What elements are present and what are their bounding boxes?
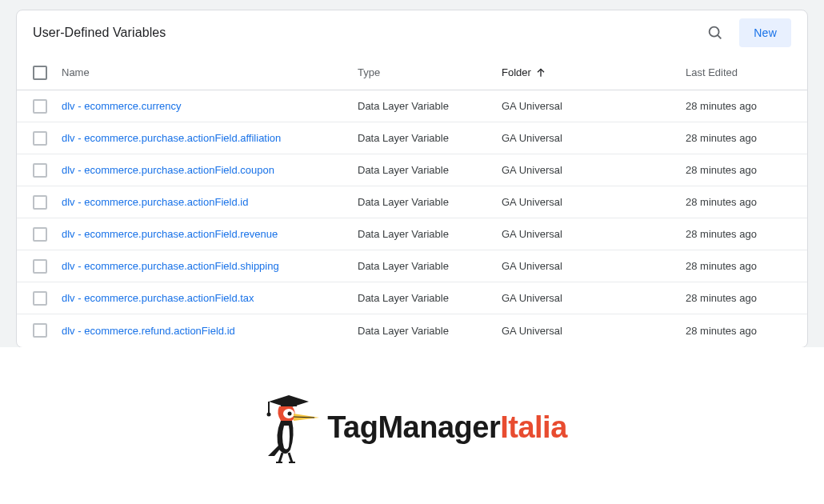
svg-rect-4 <box>281 402 297 406</box>
column-header-type[interactable]: Type <box>358 66 502 78</box>
row-checkbox-cell <box>23 227 62 242</box>
row-checkbox[interactable] <box>33 99 47 114</box>
variables-card: User-Defined Variables New Name Type Fol… <box>16 10 808 348</box>
variable-last-edited: 28 minutes ago <box>686 196 801 208</box>
row-checkbox-cell <box>23 195 62 210</box>
table-row[interactable]: dlv - ecommerce.purchase.actionField.tax… <box>17 282 807 314</box>
variable-folder: GA Universal <box>502 260 686 272</box>
card-header: User-Defined Variables New <box>17 10 807 55</box>
table-row[interactable]: dlv - ecommerce.purchase.actionField.rev… <box>17 218 807 250</box>
variable-last-edited: 28 minutes ago <box>686 100 801 112</box>
svg-point-6 <box>267 413 271 417</box>
table-row[interactable]: dlv - ecommerce.refund.actionField.id Da… <box>17 314 807 346</box>
row-checkbox[interactable] <box>33 195 47 210</box>
variable-last-edited: 28 minutes ago <box>686 228 801 240</box>
new-button[interactable]: New <box>739 18 791 47</box>
variable-folder: GA Universal <box>502 292 686 304</box>
svg-line-1 <box>718 35 721 38</box>
variable-folder: GA Universal <box>502 196 686 208</box>
variable-type: Data Layer Variable <box>358 292 502 304</box>
search-icon <box>706 24 724 42</box>
variable-name-link[interactable]: dlv - ecommerce.purchase.actionField.shi… <box>62 260 358 272</box>
row-checkbox-cell <box>23 99 62 114</box>
column-header-folder-label: Folder <box>502 66 531 78</box>
variable-folder: GA Universal <box>502 164 686 176</box>
footer-logo: TagManagerItalia <box>0 347 824 504</box>
row-checkbox[interactable] <box>33 291 47 306</box>
column-header-name[interactable]: Name <box>62 66 358 78</box>
table-row[interactable]: dlv - ecommerce.purchase.actionField.cou… <box>17 154 807 186</box>
row-checkbox-cell <box>23 259 62 274</box>
select-all-checkbox[interactable] <box>33 66 47 80</box>
variable-name-link[interactable]: dlv - ecommerce.currency <box>62 100 358 112</box>
variable-name-link[interactable]: dlv - ecommerce.purchase.actionField.tax <box>62 292 358 304</box>
row-checkbox[interactable] <box>33 259 47 274</box>
variable-last-edited: 28 minutes ago <box>686 260 801 272</box>
variable-last-edited: 28 minutes ago <box>686 325 801 337</box>
woodpecker-icon <box>257 387 321 467</box>
row-checkbox-cell <box>23 131 62 146</box>
section-title: User-Defined Variables <box>33 26 166 40</box>
variable-folder: GA Universal <box>502 228 686 240</box>
table-body: dlv - ecommerce.currency Data Layer Vari… <box>17 90 807 346</box>
row-checkbox-cell <box>23 323 62 338</box>
variable-folder: GA Universal <box>502 100 686 112</box>
variable-last-edited: 28 minutes ago <box>686 292 801 304</box>
svg-point-0 <box>710 27 719 37</box>
logo-text: TagManagerItalia <box>327 410 567 445</box>
row-checkbox-cell <box>23 291 62 306</box>
select-all-cell <box>23 66 62 80</box>
row-checkbox[interactable] <box>33 131 47 146</box>
variable-type: Data Layer Variable <box>358 164 502 176</box>
variable-type: Data Layer Variable <box>358 132 502 144</box>
row-checkbox[interactable] <box>33 323 47 338</box>
variable-type: Data Layer Variable <box>358 325 502 337</box>
variables-table: Name Type Folder Last Edited dlv - ecomm… <box>17 55 807 346</box>
table-row[interactable]: dlv - ecommerce.purchase.actionField.aff… <box>17 122 807 154</box>
variable-name-link[interactable]: dlv - ecommerce.purchase.actionField.rev… <box>62 228 358 240</box>
column-header-last-edited[interactable]: Last Edited <box>686 66 801 78</box>
search-button[interactable] <box>706 23 725 42</box>
variable-type: Data Layer Variable <box>358 228 502 240</box>
variable-last-edited: 28 minutes ago <box>686 132 801 144</box>
variable-type: Data Layer Variable <box>358 100 502 112</box>
variable-type: Data Layer Variable <box>358 260 502 272</box>
svg-line-11 <box>279 453 282 462</box>
table-header-row: Name Type Folder Last Edited <box>17 55 807 90</box>
variable-folder: GA Universal <box>502 325 686 337</box>
row-checkbox[interactable] <box>33 163 47 178</box>
svg-point-8 <box>288 412 292 416</box>
svg-line-12 <box>289 453 292 462</box>
table-row[interactable]: dlv - ecommerce.purchase.actionField.shi… <box>17 250 807 282</box>
table-row[interactable]: dlv - ecommerce.purchase.actionField.id … <box>17 186 807 218</box>
variable-name-link[interactable]: dlv - ecommerce.purchase.actionField.aff… <box>62 132 358 144</box>
row-checkbox-cell <box>23 163 62 178</box>
variable-name-link[interactable]: dlv - ecommerce.purchase.actionField.id <box>62 196 358 208</box>
variable-type: Data Layer Variable <box>358 196 502 208</box>
table-row[interactable]: dlv - ecommerce.currency Data Layer Vari… <box>17 90 807 122</box>
row-checkbox[interactable] <box>33 227 47 242</box>
header-actions: New <box>706 18 791 47</box>
sort-ascending-icon <box>534 66 547 79</box>
logo-part1: TagManager <box>327 410 500 444</box>
column-header-folder[interactable]: Folder <box>502 66 686 79</box>
variable-last-edited: 28 minutes ago <box>686 164 801 176</box>
variable-name-link[interactable]: dlv - ecommerce.refund.actionField.id <box>62 325 358 337</box>
variable-name-link[interactable]: dlv - ecommerce.purchase.actionField.cou… <box>62 164 358 176</box>
variable-folder: GA Universal <box>502 132 686 144</box>
logo-part2: Italia <box>500 410 567 444</box>
